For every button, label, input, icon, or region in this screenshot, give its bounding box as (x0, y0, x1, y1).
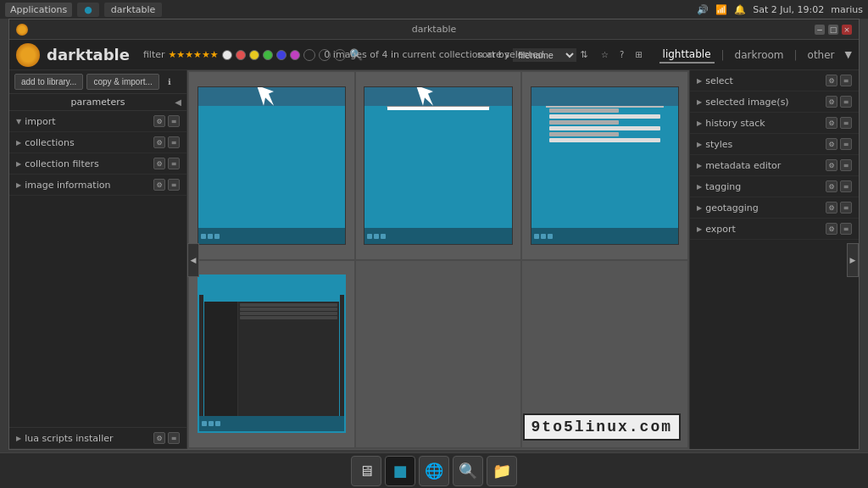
color-filter-blue[interactable] (276, 50, 287, 60)
import-menu-icon[interactable]: ≡ (168, 115, 180, 127)
import-arrow: ▼ (16, 118, 21, 125)
app-header: darktable filter ★★★★★★ 🔍 0 images of 4 … (9, 40, 859, 70)
lua-menu-icon[interactable]: ≡ (168, 432, 180, 444)
color-filter-yellow[interactable] (249, 50, 259, 60)
app-icon-small (16, 24, 28, 36)
collfilters-label: collection filters (25, 158, 99, 169)
right-section-geotagging[interactable]: ▶ geotagging ⚙ ≡ (690, 197, 859, 219)
close-button[interactable]: × (842, 25, 852, 35)
grid-icon-hdr[interactable]: ⊞ (632, 48, 646, 62)
info-icon-hdr[interactable]: ? (615, 48, 629, 62)
tab-other[interactable]: other (804, 47, 838, 63)
lua-arrow: ▶ (16, 435, 21, 442)
selimages-menu-icon[interactable]: ≡ (840, 96, 852, 108)
lua-settings-icon[interactable]: ⚙ (153, 432, 165, 444)
select-settings-icon[interactable]: ⚙ (826, 75, 837, 86)
maximize-button[interactable]: □ (828, 25, 838, 35)
right-section-selected-images[interactable]: ▶ selected image(s) ⚙ ≡ (690, 92, 859, 113)
right-section-export[interactable]: ▶ export ⚙ ≡ (690, 219, 859, 240)
applications-menu[interactable]: Applications (5, 3, 72, 17)
app-name: darktable (47, 46, 130, 64)
thumbnail-3[interactable] (522, 72, 687, 259)
add-to-library-button[interactable]: add to library... (14, 74, 83, 90)
tagging-arrow: ▶ (697, 183, 702, 191)
sidebar-item-import[interactable]: ▼ import ⚙ ≡ (9, 111, 186, 132)
taskbar-terminal-button[interactable]: ■ (385, 456, 415, 486)
thumbnail-1[interactable] (189, 72, 354, 259)
tab-lighttable[interactable]: lighttable (659, 47, 715, 64)
export-settings-icon[interactable]: ⚙ (826, 223, 837, 235)
select-arrow: ▶ (697, 77, 702, 85)
tagging-settings-icon[interactable]: ⚙ (826, 180, 837, 192)
thumbnail-4[interactable] (189, 261, 354, 448)
parameters-row[interactable]: parameters ◀ (9, 94, 186, 111)
right-section-tagging[interactable]: ▶ tagging ⚙ ≡ (690, 176, 859, 197)
history-settings-icon[interactable]: ⚙ (826, 117, 837, 129)
window-title-taskbar: darktable (104, 3, 162, 17)
selimages-settings-icon[interactable]: ⚙ (826, 96, 837, 108)
collfilters-menu-icon[interactable]: ≡ (168, 158, 180, 169)
export-arrow: ▶ (697, 225, 702, 233)
header-icons: ☆ ? ⊞ (598, 48, 646, 62)
bell-icon: 🔔 (734, 4, 746, 15)
app-indicator: ● (77, 3, 99, 17)
export-menu-icon[interactable]: ≡ (840, 223, 852, 235)
nav-separator-1: | (721, 49, 725, 61)
filter-btn-1[interactable] (303, 49, 315, 61)
tagging-menu-icon[interactable]: ≡ (840, 180, 852, 192)
right-section-metadata[interactable]: ▶ metadata editor ⚙ ≡ (690, 155, 859, 176)
minimize-button[interactable]: − (815, 25, 825, 35)
status-text: 0 images of 4 in current collection are … (324, 49, 543, 60)
history-label: history stack (705, 118, 765, 129)
right-panel-toggle[interactable]: ▶ (847, 243, 859, 277)
sort-order-icon[interactable]: ⇅ (580, 49, 587, 60)
styles-label: styles (705, 139, 732, 150)
bottom-taskbar: 🖥 ■ 🌐 🔍 📁 (0, 452, 868, 488)
color-filter-green[interactable] (263, 50, 273, 60)
star-rating-filter[interactable]: ★★★★★★ (169, 49, 219, 60)
collections-settings-icon[interactable]: ⚙ (153, 136, 165, 148)
right-section-history-stack[interactable]: ▶ history stack ⚙ ≡ (690, 113, 859, 134)
taskbar-left: Applications ● darktable (5, 3, 162, 17)
right-section-styles[interactable]: ▶ styles ⚙ ≡ (690, 134, 859, 155)
watermark: 9to5linux.com (523, 413, 681, 441)
metadata-settings-icon[interactable]: ⚙ (826, 159, 837, 171)
selimages-arrow: ▶ (697, 98, 702, 106)
thumbnail-2[interactable] (356, 72, 521, 259)
taskbar-search-button[interactable]: 🔍 (453, 456, 483, 486)
color-filter-red[interactable] (236, 50, 246, 60)
nav-dropdown-icon[interactable]: ▼ (845, 49, 852, 60)
styles-settings-icon[interactable]: ⚙ (826, 138, 837, 150)
geotagging-menu-icon[interactable]: ≡ (840, 202, 852, 214)
color-filter-purple[interactable] (290, 50, 300, 60)
color-filter-white[interactable] (222, 50, 232, 60)
sidebar-item-collections[interactable]: ▶ collections ⚙ ≡ (9, 132, 186, 153)
left-panel-toggle[interactable]: ◀ (187, 243, 199, 277)
taskbar-browser-button[interactable]: 🌐 (419, 456, 449, 486)
history-menu-icon[interactable]: ≡ (840, 117, 852, 129)
sidebar-item-image-information[interactable]: ▶ image information ⚙ ≡ (9, 175, 186, 196)
taskbar-folder-button[interactable]: 📁 (487, 456, 517, 486)
imginfo-settings-icon[interactable]: ⚙ (153, 179, 165, 191)
left-sidebar-info-icon[interactable]: ℹ (163, 75, 176, 89)
right-section-select[interactable]: ▶ select ⚙ ≡ (690, 70, 859, 92)
star-icon-hdr[interactable]: ☆ (598, 48, 612, 62)
geotagging-settings-icon[interactable]: ⚙ (826, 202, 837, 214)
copy-import-button[interactable]: copy & import... (86, 74, 159, 90)
taskbar-files-button[interactable]: 🖥 (351, 456, 381, 486)
window-title: darktable (412, 24, 456, 35)
tab-darkroom[interactable]: darkroom (732, 47, 787, 63)
collections-menu-icon[interactable]: ≡ (168, 136, 180, 148)
collfilters-settings-icon[interactable]: ⚙ (153, 158, 165, 169)
styles-menu-icon[interactable]: ≡ (840, 138, 852, 150)
import-label: import (25, 116, 55, 127)
metadata-menu-icon[interactable]: ≡ (840, 159, 852, 171)
sidebar-item-lua-scripts[interactable]: ▶ lua scripts installer ⚙ ≡ (9, 427, 186, 449)
import-settings-icon[interactable]: ⚙ (153, 115, 165, 127)
select-menu-icon[interactable]: ≡ (840, 75, 852, 86)
right-sidebar: ▶ select ⚙ ≡ ▶ selected image(s) ⚙ ≡ (689, 70, 859, 449)
imginfo-menu-icon[interactable]: ≡ (168, 179, 180, 191)
sidebar-item-collection-filters[interactable]: ▶ collection filters ⚙ ≡ (9, 153, 186, 175)
network-icon: 📶 (715, 4, 727, 15)
username: marius (831, 4, 863, 15)
